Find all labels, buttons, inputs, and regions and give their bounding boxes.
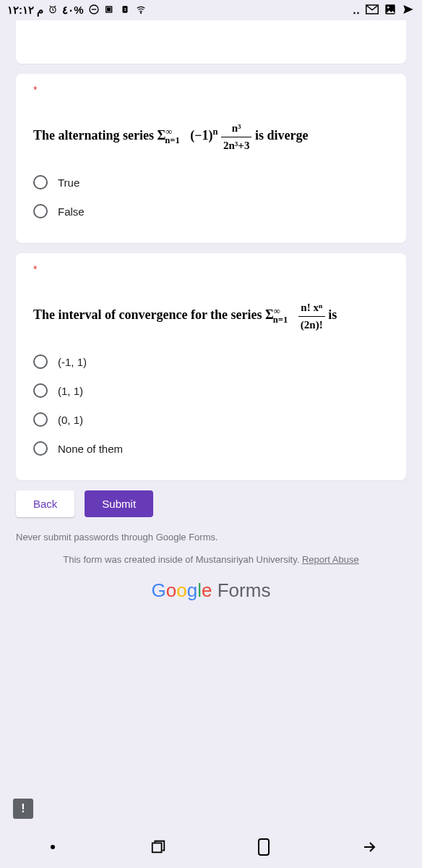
feedback-button[interactable]: ! xyxy=(13,799,33,819)
alarm-icon xyxy=(48,4,58,17)
send-icon xyxy=(402,3,415,18)
svg-point-10 xyxy=(51,845,55,849)
sim-icon: 1 xyxy=(120,4,130,17)
q1-exp: n xyxy=(212,127,218,137)
q2-prefix: The interval of convergence for the seri… xyxy=(33,307,265,322)
wifi-icon xyxy=(134,4,147,17)
status-time: ۱۲:۱۲ م xyxy=(7,4,43,17)
option-label: (1, 1) xyxy=(58,385,83,397)
footer-created-text: This form was created inside of Mustansi… xyxy=(63,554,299,565)
q2-fraction: n! xⁿ(2n)! xyxy=(298,299,325,333)
q2-suffix: is xyxy=(325,307,337,322)
status-bar: ۱۲:۱۲ م ٤٠% 1 ‥ xyxy=(0,0,422,20)
radio-icon xyxy=(33,354,48,369)
q1-fraction: n³2n³+3 xyxy=(221,120,251,153)
footer-created: This form was created inside of Mustansi… xyxy=(16,554,406,565)
question-1-text: The alternating series Σ∞n=1 (−1)n n³2n³… xyxy=(33,120,389,153)
q1-option-true[interactable]: True xyxy=(33,168,389,197)
nav-back-icon[interactable] xyxy=(361,838,378,856)
gmail-icon xyxy=(366,4,379,17)
q1-suffix: is diverge xyxy=(251,128,308,142)
back-button[interactable]: Back xyxy=(16,490,74,517)
required-marker: * xyxy=(33,263,37,275)
q1-term: (−1) xyxy=(187,128,213,142)
question-card-1: * The alternating series Σ∞n=1 (−1)n n³2… xyxy=(16,74,406,243)
svg-point-6 xyxy=(140,12,141,13)
svg-rect-3 xyxy=(107,7,111,11)
option-label: True xyxy=(58,176,79,189)
button-row: Back Submit xyxy=(16,490,406,517)
nav-dot xyxy=(44,838,61,856)
svg-point-9 xyxy=(387,7,389,9)
google-forms-logo: Google Forms xyxy=(0,579,422,602)
q1-prefix: The alternating series xyxy=(33,128,157,142)
q2-option-2[interactable]: (0, 1) xyxy=(33,405,389,434)
svg-rect-11 xyxy=(152,843,162,853)
q1-option-false[interactable]: False xyxy=(33,197,389,226)
radio-icon xyxy=(33,383,48,398)
report-abuse-link[interactable]: Report Abuse xyxy=(302,554,359,565)
device-icon xyxy=(104,4,116,17)
radio-icon xyxy=(33,441,48,456)
question-2-text: The interval of convergence for the seri… xyxy=(33,299,389,333)
submit-button[interactable]: Submit xyxy=(85,490,153,517)
nav-recent-icon[interactable] xyxy=(150,838,167,856)
required-marker: * xyxy=(33,84,37,95)
q2-option-0[interactable]: (-1, 1) xyxy=(33,347,389,376)
radio-icon xyxy=(33,204,48,218)
question-card-2: * The interval of convergence for the se… xyxy=(16,253,406,480)
q1-sigma: Σ∞n=1 xyxy=(157,128,186,142)
picture-icon xyxy=(384,4,396,17)
status-right: ‥ xyxy=(353,3,415,18)
svg-rect-12 xyxy=(259,839,269,855)
radio-icon xyxy=(33,412,48,427)
nav-home-icon[interactable] xyxy=(255,838,272,856)
q2-option-1[interactable]: (1, 1) xyxy=(33,376,389,405)
previous-card-bottom xyxy=(16,20,406,64)
dnd-icon xyxy=(88,4,100,17)
option-label: (-1, 1) xyxy=(58,356,87,368)
android-nav-bar xyxy=(0,826,422,868)
forms-word: Forms xyxy=(218,579,271,601)
more-icon: ‥ xyxy=(353,4,360,17)
status-left: ۱۲:۱۲ م ٤٠% 1 xyxy=(7,4,147,17)
password-warning: Never submit passwords through Google Fo… xyxy=(16,532,406,542)
status-battery: ٤٠% xyxy=(62,4,83,17)
option-label: False xyxy=(58,205,85,218)
radio-icon xyxy=(33,175,48,190)
q2-sigma: Σ∞n=1 xyxy=(265,307,295,322)
option-label: None of them xyxy=(58,443,123,455)
option-label: (0, 1) xyxy=(58,414,83,426)
q2-option-3[interactable]: None of them xyxy=(33,434,389,463)
